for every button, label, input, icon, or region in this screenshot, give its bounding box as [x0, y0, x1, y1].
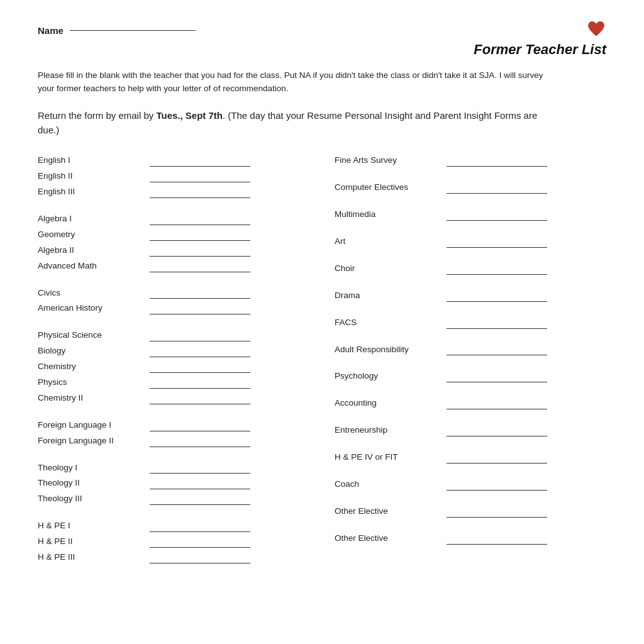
subject-label: H & PE IV or FIT [335, 452, 441, 464]
teacher-input-line[interactable] [150, 312, 250, 314]
subject-row: Multimedia [335, 209, 606, 221]
right-group-7: Adult Responsibility [335, 344, 606, 360]
page-title: Former Teacher List [474, 42, 606, 58]
right-group-11: H & PE IV or FIT [335, 452, 606, 467]
subject-label: American History [38, 303, 145, 314]
subject-row: Fine Arts Survey [335, 155, 606, 167]
teacher-input-line[interactable] [150, 370, 250, 373]
subject-row: Theology III [38, 493, 309, 505]
teacher-input-line[interactable] [447, 245, 547, 248]
subject-label: Physical Science [38, 330, 145, 341]
return-date: Tues., Sept 7th [156, 110, 223, 121]
subject-row: Other Elective [335, 533, 606, 545]
subject-row: Theology I [38, 462, 309, 474]
subject-row: Foreign Language I [38, 419, 309, 431]
teacher-input-line[interactable] [447, 191, 547, 194]
subject-label: Drama [335, 290, 441, 302]
subject-row: Biology [38, 345, 309, 357]
subject-label: Accounting [335, 397, 441, 409]
subject-label: Coach [335, 479, 441, 491]
teacher-input-line[interactable] [150, 471, 250, 474]
teacher-input-line[interactable] [150, 270, 250, 272]
right-group-8: Psychology [335, 370, 606, 386]
teacher-input-line[interactable] [150, 545, 250, 548]
teacher-input-line[interactable] [447, 326, 547, 329]
name-label: Name [38, 25, 64, 36]
teacher-input-line[interactable] [150, 530, 250, 532]
subject-row: Other Elective [335, 506, 606, 518]
subject-row: FACS [335, 317, 606, 329]
teacher-input-line[interactable] [447, 542, 547, 545]
teacher-input-line[interactable] [447, 299, 547, 302]
teacher-input-line[interactable] [150, 238, 250, 241]
teacher-input-line[interactable] [150, 502, 250, 505]
teacher-input-line[interactable] [150, 402, 250, 404]
subject-row: Adult Responsibility [335, 344, 606, 356]
subject-label: H & PE I [38, 520, 145, 532]
teacher-input-line[interactable] [150, 196, 250, 198]
subject-label: Physics [38, 377, 145, 389]
teacher-input-line[interactable] [150, 445, 250, 447]
right-group-10: Entreneurship [335, 425, 606, 440]
teacher-input-line[interactable] [447, 488, 547, 491]
teacher-input-line[interactable] [150, 223, 250, 225]
teacher-input-line[interactable] [150, 561, 250, 564]
subject-row: Accounting [335, 397, 606, 409]
subject-row: English III [38, 186, 309, 198]
teacher-input-line[interactable] [150, 180, 250, 182]
subject-row: Entreneurship [335, 425, 606, 436]
teacher-input-line[interactable] [447, 407, 547, 409]
page-header: Name Former Teacher List [38, 19, 606, 58]
subject-row: Advanced Math [38, 260, 309, 272]
teacher-input-line[interactable] [150, 254, 250, 257]
name-input-line[interactable] [70, 30, 196, 31]
left-group-2: CivicsAmerican History [38, 287, 309, 319]
right-group-4: Choir [335, 263, 606, 279]
subject-row: H & PE IV or FIT [335, 452, 606, 464]
subject-label: H & PE II [38, 536, 145, 548]
heart-icon [586, 19, 606, 39]
right-group-14: Other Elective [335, 533, 606, 548]
teacher-input-line[interactable] [150, 339, 250, 341]
teacher-input-line[interactable] [150, 386, 250, 389]
subject-row: Choir [335, 263, 606, 275]
subject-row: Psychology [335, 370, 606, 382]
right-group-13: Other Elective [335, 506, 606, 521]
left-column: English IEnglish IIEnglish IIIAlgebra IG… [38, 155, 309, 579]
subject-label: FACS [335, 317, 441, 329]
teacher-input-line[interactable] [447, 380, 547, 382]
left-group-3: Physical ScienceBiologyChemistryPhysicsC… [38, 330, 309, 408]
teacher-input-line[interactable] [150, 296, 250, 299]
teacher-input-line[interactable] [447, 218, 547, 221]
instructions-text: Please fill in the blank with the teache… [38, 69, 553, 96]
subject-label: Choir [335, 263, 441, 275]
subject-label: Theology II [38, 477, 145, 489]
subject-row: H & PE III [38, 552, 309, 564]
teacher-input-line[interactable] [447, 515, 547, 518]
teacher-input-line[interactable] [150, 429, 250, 431]
teacher-input-line[interactable] [447, 461, 547, 464]
subject-row: Coach [335, 479, 606, 491]
teacher-input-line[interactable] [447, 164, 547, 167]
teacher-input-line[interactable] [150, 487, 250, 489]
name-section: Name [38, 25, 196, 36]
teacher-input-line[interactable] [447, 272, 547, 275]
subject-row: Geometry [38, 229, 309, 241]
subject-row: American History [38, 303, 309, 314]
subject-row: Theology II [38, 477, 309, 489]
return-prefix: Return the form by email by [38, 110, 156, 121]
subject-label: English I [38, 155, 145, 167]
subject-row: Art [335, 236, 606, 248]
subject-label: H & PE III [38, 552, 145, 564]
subject-label: Algebra I [38, 213, 145, 225]
subject-row: H & PE II [38, 536, 309, 548]
subject-label: Art [335, 236, 441, 248]
teacher-input-line[interactable] [150, 164, 250, 167]
subject-label: Foreign Language I [38, 419, 145, 431]
teacher-input-line[interactable] [447, 434, 547, 436]
subject-label: Advanced Math [38, 260, 145, 272]
right-group-3: Art [335, 236, 606, 252]
title-area: Former Teacher List [474, 19, 606, 58]
teacher-input-line[interactable] [150, 355, 250, 357]
teacher-input-line[interactable] [447, 353, 547, 355]
